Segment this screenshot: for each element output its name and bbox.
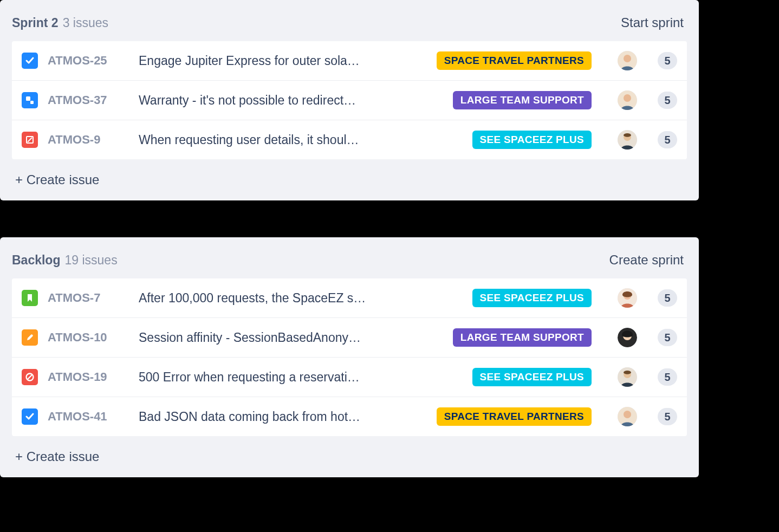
issue-key: ATMOS-9	[48, 133, 129, 147]
create-sprint-button[interactable]: Create sprint	[609, 252, 684, 268]
svg-rect-3	[30, 101, 34, 104]
epic-badge[interactable]: SPACE TRAVEL PARTNERS	[437, 407, 592, 426]
svg-line-7	[28, 138, 32, 142]
issue-summary: Engage Jupiter Express for outer sola…	[139, 54, 427, 68]
backlog-title: Backlog	[12, 253, 60, 268]
improvement-icon	[22, 329, 38, 346]
assignee-avatar[interactable]	[618, 288, 637, 308]
svg-point-5	[624, 94, 631, 102]
backlog-title-group: Backlog 19 issues	[12, 253, 118, 268]
issue-key: ATMOS-19	[48, 370, 129, 384]
story-points-badge: 5	[658, 131, 677, 148]
start-sprint-button[interactable]: Start sprint	[621, 15, 684, 30]
issue-row[interactable]: ATMOS-7 After 100,000 requests, the Spac…	[12, 278, 687, 317]
issue-key: ATMOS-41	[48, 410, 129, 424]
sprint-issue-list: ATMOS-25 Engage Jupiter Express for oute…	[12, 41, 687, 159]
sprint-issue-count: 3 issues	[63, 16, 108, 30]
assignee-avatar[interactable]	[618, 130, 637, 150]
story-points-badge: 5	[658, 408, 677, 425]
backlog-panel: Backlog 19 issues Create sprint ATMOS-7 …	[0, 237, 699, 477]
issue-summary: Warranty - it's not possible to redirect…	[139, 93, 443, 108]
issue-key: ATMOS-25	[48, 54, 129, 68]
sprint-title-group: Sprint 2 3 issues	[12, 16, 108, 30]
issue-summary: After 100,000 requests, the SpaceEZ s…	[139, 291, 463, 306]
assignee-avatar[interactable]	[618, 51, 637, 70]
assignee-avatar[interactable]	[618, 90, 637, 110]
issue-summary: Session affinity - SessionBasedAnony…	[139, 330, 443, 345]
svg-line-15	[28, 375, 32, 379]
epic-badge[interactable]: SEE SPACEEZ PLUS	[472, 368, 592, 386]
story-points-badge: 5	[658, 289, 677, 307]
assignee-avatar[interactable]	[618, 367, 637, 387]
story-points-badge: 5	[658, 92, 677, 109]
issue-key: ATMOS-37	[48, 93, 129, 107]
issue-row[interactable]: ATMOS-19 500 Error when requesting a res…	[12, 357, 687, 397]
svg-point-19	[624, 411, 631, 418]
backlog-header: Backlog 19 issues Create sprint	[0, 247, 699, 278]
blocked-icon	[22, 132, 38, 148]
backlog-issue-list: ATMOS-7 After 100,000 requests, the Spac…	[12, 278, 687, 436]
epic-badge[interactable]: SPACE TRAVEL PARTNERS	[437, 51, 592, 70]
sprint-panel: Sprint 2 3 issues Start sprint ATMOS-25 …	[0, 0, 699, 200]
create-issue-button[interactable]: + Create issue	[0, 159, 699, 191]
sprint-header: Sprint 2 3 issues Start sprint	[0, 10, 699, 41]
create-issue-button[interactable]: + Create issue	[0, 436, 699, 468]
epic-badge[interactable]: LARGE TEAM SUPPORT	[453, 328, 592, 347]
story-points-badge: 5	[658, 368, 677, 386]
issue-key: ATMOS-7	[48, 291, 129, 305]
epic-badge[interactable]: LARGE TEAM SUPPORT	[453, 91, 592, 109]
svg-rect-2	[26, 96, 30, 101]
issue-summary: Bad JSON data coming back from hot…	[139, 410, 427, 424]
svg-point-1	[624, 55, 631, 62]
assignee-avatar[interactable]	[618, 328, 637, 347]
issue-row[interactable]: ATMOS-9 When requesting user details, it…	[12, 120, 687, 159]
backlog-issue-count: 19 issues	[64, 253, 117, 268]
issue-row[interactable]: ATMOS-37 Warranty - it's not possible to…	[12, 80, 687, 120]
epic-badge[interactable]: SEE SPACEEZ PLUS	[472, 131, 592, 149]
issue-summary: 500 Error when requesting a reservati…	[139, 370, 463, 385]
subtask-icon	[22, 92, 38, 108]
issue-row[interactable]: ATMOS-41 Bad JSON data coming back from …	[12, 397, 687, 436]
task-icon	[22, 408, 38, 425]
issue-key: ATMOS-10	[48, 330, 129, 345]
epic-badge[interactable]: SEE SPACEEZ PLUS	[472, 289, 592, 307]
assignee-avatar[interactable]	[618, 407, 637, 426]
sprint-title: Sprint 2	[12, 16, 59, 30]
issue-row[interactable]: ATMOS-10 Session affinity - SessionBased…	[12, 317, 687, 357]
task-icon	[22, 53, 38, 69]
issue-summary: When requesting user details, it shoul…	[139, 133, 463, 147]
story-points-badge: 5	[658, 52, 677, 69]
story-points-badge: 5	[658, 329, 677, 346]
story-icon	[22, 290, 38, 306]
issue-row[interactable]: ATMOS-25 Engage Jupiter Express for oute…	[12, 41, 687, 80]
bug-icon	[22, 369, 38, 385]
